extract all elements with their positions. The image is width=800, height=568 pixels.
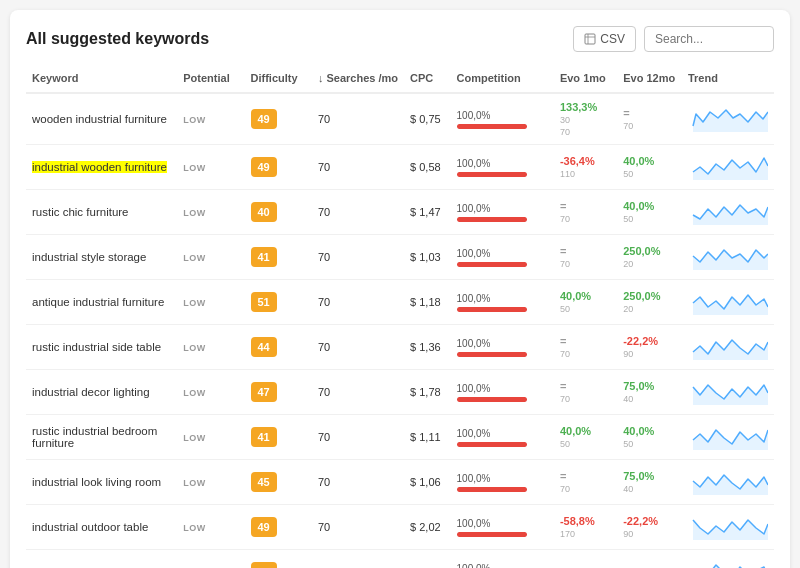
header-actions: CSV bbox=[573, 26, 774, 52]
evo12mo-cell: -22,2%90 bbox=[617, 505, 682, 550]
evo1mo-cell: 40,0%50 bbox=[554, 415, 617, 460]
searches-cell: 70 bbox=[312, 460, 404, 505]
keywords-table: Keyword Potential Difficulty ↓ Searches … bbox=[26, 66, 774, 568]
keyword-cell: rustic industrial side table bbox=[26, 325, 177, 370]
col-cpc: CPC bbox=[404, 66, 451, 93]
cpc-cell: $ 1,78 bbox=[404, 370, 451, 415]
cpc-cell: $ 1,18 bbox=[404, 280, 451, 325]
keyword-cell: antique industrial furniture bbox=[26, 280, 177, 325]
evo1mo-cell: =70 bbox=[554, 235, 617, 280]
table-row: rustic industrial bedroom furnitureLOW41… bbox=[26, 415, 774, 460]
keyword-cell: industrial decor lighting bbox=[26, 370, 177, 415]
difficulty-cell: 49 bbox=[245, 145, 312, 190]
keyword-cell: rustic chic furniture bbox=[26, 190, 177, 235]
difficulty-cell: 49 bbox=[245, 93, 312, 145]
table-row: rustic chic furnitureLOW4070$ 1,47100,0%… bbox=[26, 190, 774, 235]
table-header: Keyword Potential Difficulty ↓ Searches … bbox=[26, 66, 774, 93]
table-row: industrial wooden furnitureLOW4970$ 0,58… bbox=[26, 145, 774, 190]
search-input[interactable] bbox=[644, 26, 774, 52]
table-body: wooden industrial furnitureLOW4970$ 0,75… bbox=[26, 93, 774, 568]
table-row: antique industrial furnitureLOW5170$ 1,1… bbox=[26, 280, 774, 325]
keyword-cell: industrial wooden furniture bbox=[26, 145, 177, 190]
searches-cell: 70 bbox=[312, 505, 404, 550]
csv-icon bbox=[584, 33, 596, 45]
trend-cell bbox=[682, 325, 774, 370]
evo1mo-cell: =70 bbox=[554, 460, 617, 505]
competition-cell: 100,0% bbox=[451, 550, 554, 569]
competition-cell: 100,0% bbox=[451, 280, 554, 325]
searches-cell: 70 bbox=[312, 280, 404, 325]
difficulty-cell: 49 bbox=[245, 505, 312, 550]
table-row: industrial style storageLOW4170$ 1,03100… bbox=[26, 235, 774, 280]
keyword-text: industrial wooden furniture bbox=[32, 161, 167, 173]
trend-cell bbox=[682, 190, 774, 235]
searches-cell: 70 bbox=[312, 145, 404, 190]
trend-cell bbox=[682, 460, 774, 505]
csv-button[interactable]: CSV bbox=[573, 26, 636, 52]
trend-sparkline bbox=[688, 197, 768, 225]
searches-cell: 70 bbox=[312, 370, 404, 415]
potential-cell: LOW bbox=[177, 370, 244, 415]
difficulty-cell: 51 bbox=[245, 280, 312, 325]
col-searches: ↓ Searches /mo bbox=[312, 66, 404, 93]
competition-cell: 100,0% bbox=[451, 235, 554, 280]
potential-cell: LOW bbox=[177, 190, 244, 235]
cpc-cell: $ 1,11 bbox=[404, 415, 451, 460]
potential-cell: LOW bbox=[177, 460, 244, 505]
searches-cell: 70 bbox=[312, 93, 404, 145]
competition-cell: 100,0% bbox=[451, 460, 554, 505]
col-evo12mo: Evo 12mo bbox=[617, 66, 682, 93]
difficulty-cell: 47 bbox=[245, 370, 312, 415]
evo1mo-cell: =70 bbox=[554, 325, 617, 370]
trend-cell bbox=[682, 370, 774, 415]
trend-sparkline bbox=[688, 104, 768, 132]
difficulty-cell: 45 bbox=[245, 460, 312, 505]
col-competition: Competition bbox=[451, 66, 554, 93]
evo12mo-cell: 40,0%50 bbox=[617, 190, 682, 235]
trend-cell bbox=[682, 415, 774, 460]
trend-cell bbox=[682, 93, 774, 145]
cpc-cell: $ 1,36 bbox=[404, 325, 451, 370]
keyword-text: industrial style storage bbox=[32, 251, 146, 263]
keyword-cell: urban industrial desk bbox=[26, 550, 177, 569]
searches-cell: 70 bbox=[312, 550, 404, 569]
header-row: Keyword Potential Difficulty ↓ Searches … bbox=[26, 66, 774, 93]
potential-cell: LOW bbox=[177, 235, 244, 280]
cpc-cell: $ 0,58 bbox=[404, 145, 451, 190]
table-row: rustic industrial side tableLOW4470$ 1,3… bbox=[26, 325, 774, 370]
competition-cell: 100,0% bbox=[451, 93, 554, 145]
page-header: All suggested keywords CSV bbox=[26, 26, 774, 52]
evo12mo-cell: 75,0%40 bbox=[617, 460, 682, 505]
trend-sparkline bbox=[688, 422, 768, 450]
difficulty-cell: 43 bbox=[245, 550, 312, 569]
keyword-cell: industrial look living room bbox=[26, 460, 177, 505]
potential-cell: LOW bbox=[177, 280, 244, 325]
difficulty-cell: 40 bbox=[245, 190, 312, 235]
page-title: All suggested keywords bbox=[26, 30, 209, 48]
evo12mo-cell: =70 bbox=[617, 93, 682, 145]
trend-sparkline bbox=[688, 152, 768, 180]
keyword-text: industrial look living room bbox=[32, 476, 161, 488]
keyword-text: rustic chic furniture bbox=[32, 206, 129, 218]
evo12mo-cell: -22,2%90 bbox=[617, 325, 682, 370]
trend-sparkline bbox=[688, 377, 768, 405]
cpc-cell: $ 1,03 bbox=[404, 235, 451, 280]
col-trend: Trend bbox=[682, 66, 774, 93]
keyword-cell: industrial outdoor table bbox=[26, 505, 177, 550]
cpc-cell: $ 2,02 bbox=[404, 505, 451, 550]
keyword-cell: rustic industrial bedroom furniture bbox=[26, 415, 177, 460]
potential-cell: LOW bbox=[177, 550, 244, 569]
evo12mo-cell: 250,0%20 bbox=[617, 280, 682, 325]
cpc-cell: $ 0,75 bbox=[404, 93, 451, 145]
evo1mo-cell: 40,0%50 bbox=[554, 280, 617, 325]
trend-sparkline bbox=[688, 512, 768, 540]
evo12mo-cell: 75,0% bbox=[617, 550, 682, 569]
cpc-cell: $ 1,06 bbox=[404, 460, 451, 505]
evo1mo-cell: 133,3%3070 bbox=[554, 93, 617, 145]
trend-sparkline bbox=[688, 242, 768, 270]
keyword-text: wooden industrial furniture bbox=[32, 113, 167, 125]
table-row: industrial look living roomLOW4570$ 1,06… bbox=[26, 460, 774, 505]
table-row: wooden industrial furnitureLOW4970$ 0,75… bbox=[26, 93, 774, 145]
trend-sparkline bbox=[688, 557, 768, 568]
evo1mo-cell: -36,4%110 bbox=[554, 145, 617, 190]
